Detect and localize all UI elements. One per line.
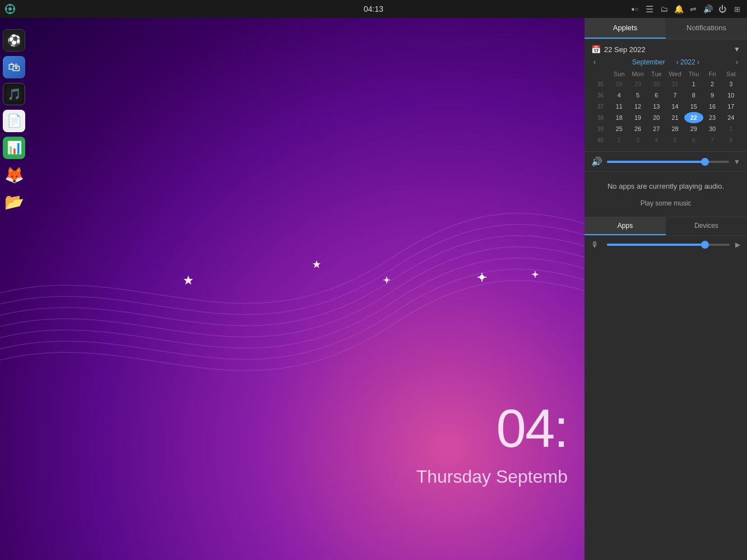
mon-header: Mon (629, 69, 647, 78)
calendar-day[interactable]: 30 (647, 78, 666, 90)
calendar-day[interactable]: 10 (722, 90, 740, 101)
svg-point-12 (9, 12, 11, 14)
prev-year-nav[interactable]: ‹ (676, 58, 680, 66)
calendar-day[interactable]: 15 (684, 101, 703, 112)
prev-month-button[interactable]: ‹ (593, 58, 596, 66)
files-icon: 📂 (4, 193, 24, 211)
calendar-day[interactable]: 19 (629, 112, 647, 123)
tab-notifications[interactable]: Notifications (666, 18, 747, 39)
volume-taskbar-icon[interactable]: 🔊 (702, 3, 713, 15)
calendar-day[interactable]: 16 (703, 101, 722, 112)
calendar-day[interactable]: 3 (722, 78, 740, 90)
calendar-day[interactable]: 24 (722, 112, 740, 123)
mic-slider[interactable] (607, 244, 730, 246)
calendar-day[interactable]: 29 (629, 78, 647, 90)
calendar-day[interactable]: 6 (647, 90, 666, 101)
year-label[interactable]: ‹ 2022 › (676, 58, 699, 66)
current-date-label: 22 Sep 2022 (604, 45, 646, 54)
calendar-day[interactable]: 20 (647, 112, 666, 123)
bag-icon: 🛍 (8, 60, 20, 74)
dock-item-soccer[interactable]: ⚽ (3, 29, 25, 52)
dock-item-shopping[interactable]: 🛍 (3, 56, 25, 78)
calendar-day[interactable]: 1 (722, 123, 740, 134)
calendar-day[interactable]: 28 (666, 123, 684, 134)
svg-point-3 (480, 275, 484, 279)
calendar-day[interactable]: 8 (722, 134, 740, 146)
dock-item-music[interactable]: 🎵 (3, 83, 25, 105)
calendar-day[interactable]: 8 (684, 90, 703, 101)
calendar-day[interactable]: 14 (666, 101, 684, 112)
dock-item-files[interactable]: 📂 (3, 190, 25, 213)
play-music-link[interactable]: Play some music (641, 199, 692, 207)
calendar-day[interactable]: 13 (647, 101, 666, 112)
volume-thumb[interactable] (701, 158, 709, 166)
sun-header: Sun (610, 69, 628, 78)
calendar-day[interactable]: 7 (666, 90, 684, 101)
dock-item-document[interactable]: 📄 (3, 110, 25, 132)
dock-item-firefox[interactable]: 🦊 (3, 164, 25, 186)
calendar-grid: Sun Mon Tue Wed Thu Fri Sat 352829303112… (591, 69, 740, 146)
bell-icon[interactable]: 🔔 (673, 3, 684, 15)
calendar-day[interactable]: 23 (703, 112, 722, 123)
panel-tabs: Applets Notifications (584, 18, 747, 39)
calendar-day[interactable]: 12 (629, 101, 647, 112)
calendar-day[interactable]: 27 (647, 123, 666, 134)
year-value: 2022 (680, 58, 695, 66)
calendar-day[interactable]: 30 (703, 123, 722, 134)
tab-applets[interactable]: Applets (584, 18, 666, 39)
desktop-date: Thursday Septemb (416, 466, 568, 487)
sub-tab-apps[interactable]: Apps (584, 217, 666, 235)
sub-tabs: Apps Devices (584, 217, 747, 236)
folder-icon[interactable]: 🗂 (658, 3, 670, 15)
date-header-left: 📅 22 Sep 2022 (591, 45, 646, 54)
volume-slider[interactable] (607, 161, 729, 163)
taskbar-clock[interactable]: 04:13 (364, 4, 383, 13)
date-header-right[interactable]: ▼ (734, 45, 740, 53)
mic-expand-button[interactable]: ▶ (735, 241, 740, 249)
svg-point-11 (9, 4, 11, 6)
volume-section: 🔊 ▼ (584, 152, 747, 172)
audio-section: No apps are currently playing audio. Pla… (584, 172, 747, 217)
calendar-day[interactable]: 5 (629, 90, 647, 101)
calendar-day[interactable]: 2 (703, 78, 722, 90)
mic-thumb[interactable] (701, 241, 709, 249)
calendar-day[interactable]: 26 (629, 123, 647, 134)
calendar-day[interactable]: 1 (684, 78, 703, 90)
calendar-day[interactable]: 18 (610, 112, 628, 123)
calendar-day[interactable]: 9 (703, 90, 722, 101)
calendar-day[interactable]: 25 (610, 123, 628, 134)
calendar-day[interactable]: 28 (610, 78, 628, 90)
sub-tab-devices[interactable]: Devices (666, 217, 747, 235)
calendar-day[interactable]: 4 (610, 90, 628, 101)
next-month-button[interactable]: › (736, 58, 738, 66)
lines-icon[interactable]: ☰ (644, 3, 655, 15)
calendar-day[interactable]: 22 (684, 112, 703, 123)
volume-expand-button[interactable]: ▼ (734, 158, 740, 166)
calendar-day[interactable]: 29 (684, 123, 703, 134)
calendar-day[interactable]: 4 (647, 134, 666, 146)
music-icon: 🎵 (7, 87, 21, 101)
calendar-day[interactable]: 31 (666, 78, 684, 90)
calendar-icon: 📅 (591, 45, 601, 54)
dock-item-spreadsheet[interactable]: 📊 (3, 137, 25, 159)
calendar-day[interactable]: 7 (703, 134, 722, 146)
week-number: 39 (591, 123, 610, 134)
power-icon[interactable]: ⏻ (717, 3, 728, 15)
calendar-day[interactable]: 3 (629, 134, 647, 146)
screenshot-icon[interactable]: ⊞ (731, 3, 743, 15)
no-audio-text: No apps are currently playing audio. (591, 181, 740, 192)
menu-icon[interactable] (4, 3, 16, 15)
taskbar-left (4, 3, 629, 15)
week-number: 35 (591, 78, 610, 90)
calendar-day[interactable]: 17 (722, 101, 740, 112)
calendar-day[interactable]: 2 (610, 134, 628, 146)
calendar-day[interactable]: 21 (666, 112, 684, 123)
month-label[interactable]: September (632, 58, 665, 66)
network-icon[interactable]: ⇌ (688, 3, 699, 15)
next-year-nav[interactable]: › (697, 58, 699, 66)
calendar-day[interactable]: 5 (666, 134, 684, 146)
calendar-day[interactable]: 11 (610, 101, 628, 112)
taskbar: 04:13 ●○ ☰ 🗂 🔔 ⇌ 🔊 ⏻ ⊞ (0, 0, 747, 18)
calendar-day[interactable]: 6 (684, 134, 703, 146)
volume-track (607, 161, 729, 163)
